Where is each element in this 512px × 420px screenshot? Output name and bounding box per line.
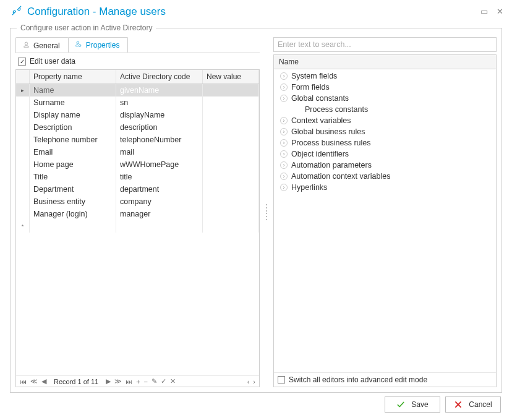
nav-first-icon[interactable]: ⏮ <box>20 378 27 385</box>
splitter-handle[interactable] <box>265 204 268 221</box>
cell-property[interactable]: Title <box>30 171 116 183</box>
tab-properties[interactable]: Properties <box>68 37 129 53</box>
tree-item[interactable]: ›Global business rules <box>274 126 496 137</box>
cell-ad-code[interactable]: wWWHomePage <box>116 158 203 171</box>
table-row[interactable]: Titletitle <box>16 171 259 183</box>
cell-new-value[interactable] <box>203 109 259 121</box>
cell-new-value[interactable] <box>203 134 259 146</box>
row-indicator <box>16 208 30 220</box>
cell-new-value[interactable] <box>203 146 259 158</box>
nav-scroll-left-icon[interactable]: ‹ <box>247 378 250 385</box>
tree-item[interactable]: ›Process constants <box>274 104 496 115</box>
cell-property[interactable]: Name <box>30 84 116 96</box>
cell-new-value[interactable] <box>203 171 259 183</box>
tree-item[interactable]: ›Object identifiers <box>274 148 496 160</box>
expand-icon[interactable]: › <box>280 95 288 102</box>
tab-general-label: General <box>33 41 60 50</box>
cell-new-value[interactable] <box>203 158 259 171</box>
tab-general[interactable]: General <box>15 37 69 53</box>
search-input[interactable]: Enter text to search... <box>273 37 497 52</box>
advanced-mode-checkbox[interactable] <box>278 376 285 384</box>
table-row[interactable]: Display namedisplayName <box>16 109 259 121</box>
tree-item[interactable]: ›Context variables <box>274 115 496 126</box>
expand-icon[interactable]: › <box>280 84 288 91</box>
table-row[interactable]: Surnamesn <box>16 96 259 109</box>
col-new-value[interactable]: New value <box>203 70 259 84</box>
cell-ad-code[interactable]: displayName <box>116 109 203 121</box>
tree-item[interactable]: ›Process business rules <box>274 137 496 148</box>
checkbox-checked-icon: ✓ <box>18 58 26 66</box>
nav-next-icon[interactable]: ▶ <box>106 377 111 385</box>
cell-property[interactable]: Home page <box>30 158 116 171</box>
nav-last-icon[interactable]: ⏭ <box>126 378 132 385</box>
tree-item[interactable]: ›System fields <box>274 71 496 82</box>
tree-item[interactable]: ›Form fields <box>274 82 496 93</box>
table-row[interactable]: Descriptiondescription <box>16 121 259 134</box>
table-row[interactable]: Departmentdepartment <box>16 183 259 195</box>
cell-property[interactable]: Display name <box>30 109 116 121</box>
nav-cancel-icon[interactable]: ✕ <box>170 377 176 385</box>
table-row[interactable]: Emailmail <box>16 146 259 158</box>
nav-scroll-right-icon[interactable]: › <box>253 378 255 385</box>
tree-item-label: Automation parameters <box>291 161 372 169</box>
new-row[interactable]: * <box>16 220 259 233</box>
tree-item[interactable]: ›Hyperlinks <box>274 182 496 193</box>
table-row[interactable]: Business entitycompany <box>16 195 259 208</box>
nav-edit-icon[interactable]: ✎ <box>151 377 157 385</box>
maximize-icon[interactable]: ▭ <box>480 7 488 16</box>
table-row[interactable]: ▸NamegivenName <box>16 84 259 96</box>
tree-item[interactable]: ›Automation parameters <box>274 160 496 171</box>
cell-new-value[interactable] <box>203 195 259 208</box>
edit-user-data-checkbox[interactable]: ✓ Edit user data <box>15 53 260 69</box>
cancel-label: Cancel <box>469 400 492 409</box>
cell-ad-code[interactable]: manager <box>116 208 203 220</box>
expand-icon[interactable]: › <box>280 117 288 124</box>
nav-prev-icon[interactable]: ◀ <box>41 377 46 385</box>
nav-commit-icon[interactable]: ✓ <box>161 377 166 385</box>
cell-property[interactable]: Manager (login) <box>30 208 116 220</box>
tree-header[interactable]: Name <box>274 55 496 69</box>
cell-property[interactable]: Telephone number <box>30 134 116 146</box>
row-indicator <box>16 134 30 146</box>
cell-property[interactable]: Surname <box>30 96 116 109</box>
table-row[interactable]: Home pagewWWHomePage <box>16 158 259 171</box>
cell-new-value[interactable] <box>203 121 259 134</box>
cell-ad-code[interactable]: department <box>116 183 203 195</box>
nav-remove-icon[interactable]: − <box>144 378 148 385</box>
expand-icon[interactable]: › <box>280 161 288 169</box>
expand-icon[interactable]: › <box>280 184 288 191</box>
close-icon[interactable]: ✕ <box>497 7 503 16</box>
table-row[interactable]: Telephone numbertelephoneNumber <box>16 134 259 146</box>
cell-ad-code[interactable]: company <box>116 195 203 208</box>
cell-new-value[interactable] <box>203 96 259 109</box>
cell-ad-code[interactable]: title <box>116 171 203 183</box>
expand-icon[interactable]: › <box>280 72 288 80</box>
expand-icon[interactable]: › <box>280 139 288 147</box>
cell-ad-code[interactable]: sn <box>116 96 203 109</box>
cell-ad-code[interactable]: telephoneNumber <box>116 134 203 146</box>
titlebar: Configuration - Manage users ▭ ✕ <box>0 0 512 24</box>
cell-property[interactable]: Email <box>30 146 116 158</box>
cell-ad-code[interactable]: description <box>116 121 203 134</box>
cell-ad-code[interactable]: mail <box>116 146 203 158</box>
nav-add-icon[interactable]: + <box>136 378 140 385</box>
expand-icon[interactable]: › <box>280 128 288 135</box>
tree-item[interactable]: ›Automation context variables <box>274 171 496 182</box>
cell-new-value[interactable] <box>203 183 259 195</box>
cell-new-value[interactable] <box>203 84 259 96</box>
nav-nextpage-icon[interactable]: ≫ <box>114 377 122 385</box>
nav-prevpage-icon[interactable]: ≪ <box>30 377 38 385</box>
col-ad-code[interactable]: Active Directory code <box>116 70 203 84</box>
save-button[interactable]: Save <box>385 396 440 413</box>
expand-icon[interactable]: › <box>280 173 288 180</box>
cell-ad-code[interactable]: givenName <box>116 84 203 96</box>
cell-new-value[interactable] <box>203 208 259 220</box>
tree-item[interactable]: ›Global constants <box>274 93 496 104</box>
cell-property[interactable]: Description <box>30 121 116 134</box>
col-property-name[interactable]: Property name <box>30 70 116 84</box>
cell-property[interactable]: Department <box>30 183 116 195</box>
table-row[interactable]: Manager (login)manager <box>16 208 259 220</box>
cell-property[interactable]: Business entity <box>30 195 116 208</box>
cancel-button[interactable]: Cancel <box>445 396 501 413</box>
expand-icon[interactable]: › <box>280 150 288 158</box>
